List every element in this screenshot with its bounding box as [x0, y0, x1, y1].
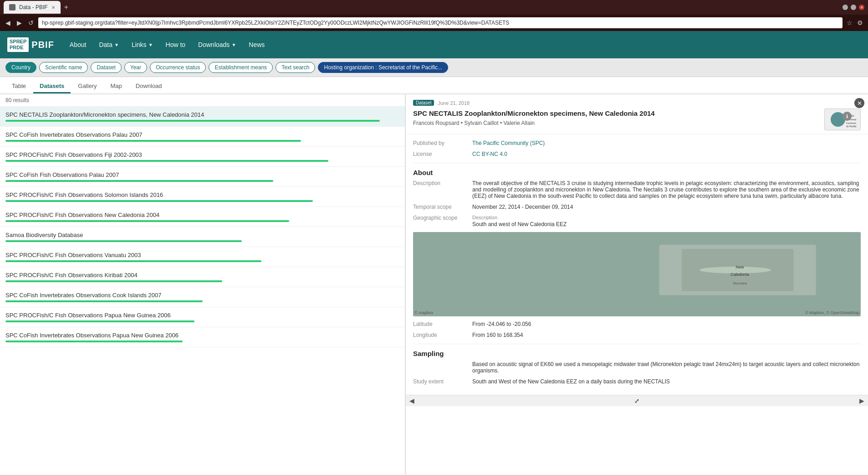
result-bar	[5, 300, 203, 302]
nav-about[interactable]: About	[65, 38, 91, 51]
nav-data[interactable]: Data ▼	[94, 38, 123, 51]
panel-next-button[interactable]: ▶	[859, 397, 864, 404]
longitude-label: Longitude	[413, 332, 472, 338]
result-item[interactable]: Samoa Biodiversity Database	[0, 227, 405, 247]
result-title: SPC PROCFish/C Fish Observations New Cal…	[5, 212, 399, 218]
result-item[interactable]: SPC CoFish Invertebrates Observations Co…	[0, 287, 405, 307]
section-divider-2	[413, 344, 861, 344]
latitude-value: From -24.046 to -20.056	[472, 321, 861, 327]
result-item[interactable]: SPC PROCFish/C Fish Observations Solomon…	[0, 187, 405, 207]
filter-occurrence-status[interactable]: Occurrence status	[150, 62, 206, 73]
description-field: Description The overall objective of the…	[413, 180, 861, 199]
site-nav: About Data ▼ Links ▼ How to Downloads ▼ …	[65, 38, 861, 51]
sampling-label	[413, 361, 472, 374]
panel-nav-bottom: ◀ ⤢ ▶	[406, 395, 868, 406]
org-logo-svg: Pacific Community Communauté du Pacifiqu…	[829, 110, 856, 129]
result-item[interactable]: SPC PROCFish/C Fish Observations New Cal…	[0, 207, 405, 227]
maximize-button[interactable]	[851, 5, 856, 10]
filter-dataset[interactable]: Dataset	[91, 62, 121, 73]
published-by-field: Published by The Pacific Community (SPC)	[413, 140, 861, 146]
temporal-scope-value: November 22, 2014 - December 09, 2014	[472, 204, 861, 210]
results-panel: 80 results SPC NECTALIS Zooplankton/Micr…	[0, 94, 405, 475]
tab-gallery[interactable]: Gallery	[71, 80, 103, 93]
nav-howto[interactable]: How to	[161, 38, 190, 51]
logo-badge-line2: PRDE	[10, 45, 26, 51]
filter-hosting-org[interactable]: Hosting organization : Secretariat of th…	[318, 62, 448, 73]
tab-datasets[interactable]: Datasets	[33, 80, 71, 93]
geographic-scope-field: Geographic scope Description South and w…	[413, 215, 861, 227]
temporal-scope-label: Temporal scope	[413, 204, 472, 210]
logo-badge-line1: SPREP	[10, 39, 26, 45]
content-tab-row: Table Datasets Gallery Map Download	[0, 77, 868, 94]
result-item[interactable]: SPC CoFish Fish Observations Palau 2007	[0, 167, 405, 187]
filter-text-search[interactable]: Text search	[276, 62, 315, 73]
section-divider	[413, 163, 861, 163]
published-by-value[interactable]: The Pacific Community (SPC)	[472, 140, 545, 146]
longitude-field: Longitude From 160 to 168.354	[413, 332, 861, 338]
detail-org-logo: Pacific Community Communauté du Pacifiqu…	[824, 108, 861, 130]
result-item[interactable]: SPC PROCFish/C Fish Observations Vanuatu…	[0, 247, 405, 267]
address-input[interactable]	[38, 17, 842, 28]
description-value: The overall objective of the NECTALIS 3 …	[472, 180, 861, 199]
longitude-value: From 160 to 168.354	[472, 332, 861, 338]
site-header: SPREP PRDE PBIF About Data ▼ Links ▼ How…	[0, 31, 868, 58]
bookmark-button[interactable]: ☆	[845, 18, 854, 27]
filter-year[interactable]: Year	[124, 62, 147, 73]
result-bar	[5, 200, 313, 202]
latitude-label: Latitude	[413, 321, 472, 327]
result-title: SPC CoFish Fish Observations Palau 2007	[5, 171, 399, 178]
result-item[interactable]: SPC CoFish Invertebrates Observations Pa…	[0, 127, 405, 147]
extensions-button[interactable]: ⚙	[856, 18, 864, 27]
result-item[interactable]: SPC CoFish Invertebrates Observations Pa…	[0, 327, 405, 347]
result-bar	[5, 280, 222, 282]
detail-meta: Dataset June 21, 2018	[413, 100, 861, 106]
result-item[interactable]: SPC PROCFish/C Fish Observations Kiribat…	[0, 267, 405, 287]
map-noumea-label: Noumea	[733, 281, 747, 285]
tab-table[interactable]: Table	[5, 80, 32, 93]
nav-downloads-dropdown-icon: ▼	[231, 42, 236, 47]
logo-text[interactable]: PBIF	[31, 40, 54, 50]
panel-prev-button[interactable]: ◀	[409, 397, 414, 404]
tab-map[interactable]: Map	[104, 80, 128, 93]
tab-download[interactable]: Download	[129, 80, 168, 93]
result-bar	[5, 120, 380, 122]
main-area: 80 results SPC NECTALIS Zooplankton/Micr…	[0, 94, 868, 475]
study-extent-value: South and West of the New Caledonia EEZ …	[472, 378, 861, 385]
geographic-scope-label: Geographic scope	[413, 215, 472, 227]
result-item[interactable]: SPC PROCFish/C Fish Observations Fiji 20…	[0, 147, 405, 167]
detail-close-button[interactable]: ✕	[854, 98, 864, 108]
nav-links[interactable]: Links ▼	[127, 38, 158, 51]
tab-bar: Data - PBIF ✕ +	[4, 1, 841, 14]
detail-map: New Caledonia Noumea © mapbox © Mapbox, …	[413, 232, 861, 316]
detail-type-badge: Dataset	[413, 100, 434, 106]
tab-close-button[interactable]: ✕	[51, 5, 55, 10]
result-title: SPC CoFish Invertebrates Observations Co…	[5, 292, 399, 299]
geographic-scope-content: Description South and west of New Caledo…	[472, 215, 861, 227]
tab-favicon	[9, 4, 15, 10]
info-button[interactable]: ℹ	[842, 112, 852, 121]
result-title: Samoa Biodiversity Database	[5, 232, 399, 238]
license-value[interactable]: CC BY-NC 4.0	[472, 151, 507, 157]
result-item[interactable]: SPC PROCFish/C Fish Observations Papua N…	[0, 307, 405, 327]
logo-badge: SPREP PRDE	[7, 37, 29, 52]
detail-title: SPC NECTALIS Zooplankton/Micronekton spe…	[413, 108, 655, 118]
svg-text:Communauté: Communauté	[846, 122, 856, 124]
filter-establishment-means[interactable]: Establishment means	[209, 62, 273, 73]
result-title: SPC CoFish Invertebrates Observations Pa…	[5, 332, 399, 339]
filter-scientific-name[interactable]: Scientific name	[39, 62, 88, 73]
nav-downloads[interactable]: Downloads ▼	[194, 38, 240, 51]
filter-row: Country Scientific name Dataset Year Occ…	[0, 58, 868, 77]
back-button[interactable]: ◀	[4, 18, 12, 27]
minimize-button[interactable]	[842, 5, 848, 10]
close-button[interactable]: ✕	[859, 5, 864, 10]
study-extent-label: Study extent	[413, 378, 472, 385]
nav-news[interactable]: News	[244, 38, 269, 51]
map-nc-label: New	[736, 265, 745, 269]
forward-button[interactable]: ▶	[15, 18, 24, 27]
result-item[interactable]: SPC NECTALIS Zooplankton/Micronekton spe…	[0, 107, 405, 127]
reload-button[interactable]: ↺	[26, 18, 36, 27]
filter-country[interactable]: Country	[5, 62, 36, 73]
address-bar: ◀ ▶ ↺ ☆ ⚙	[0, 15, 868, 31]
active-tab[interactable]: Data - PBIF ✕	[4, 1, 61, 14]
new-tab-button[interactable]: +	[61, 3, 71, 11]
